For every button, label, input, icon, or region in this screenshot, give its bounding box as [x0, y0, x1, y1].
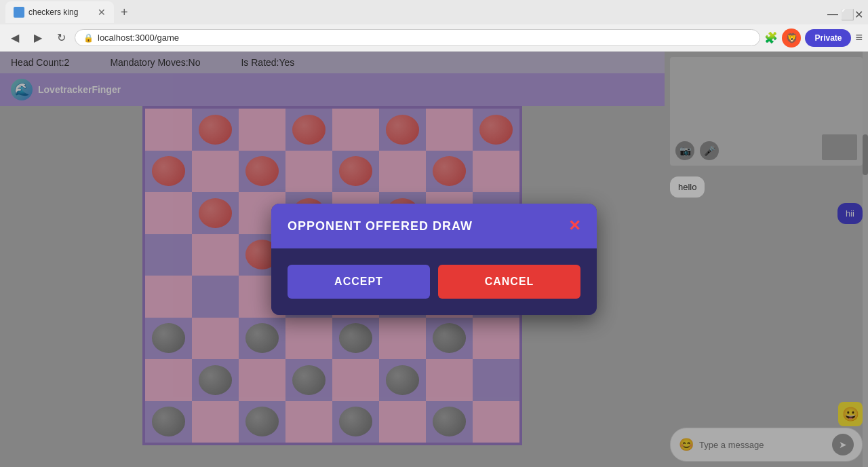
modal-title: OPPONENT OFFERED DRAW [288, 219, 473, 234]
accept-button[interactable]: ACCEPT [288, 265, 430, 299]
secure-icon: 🔒 [83, 33, 94, 43]
close-button[interactable]: ✕ [854, 8, 863, 16]
tab-favicon [14, 7, 24, 18]
private-button[interactable]: Private [805, 29, 851, 47]
active-tab[interactable]: checkers king ✕ [5, 1, 114, 23]
extensions-icon[interactable]: 🧩 [764, 31, 778, 44]
modal-body: ACCEPT CANCEL [271, 248, 597, 315]
tab-bar-right: — ⬜ ✕ [827, 8, 863, 16]
tab-title: checkers king [28, 7, 78, 17]
modal-close-button[interactable]: ✕ [568, 217, 580, 235]
back-button[interactable]: ◀ [5, 29, 24, 48]
reload-button[interactable]: ↻ [52, 29, 71, 48]
address-bar-right: 🧩 🦁 Private ≡ [764, 29, 863, 48]
minimize-button[interactable]: — [827, 8, 835, 16]
forward-button[interactable]: ▶ [28, 29, 47, 48]
maximize-button[interactable]: ⬜ [841, 8, 849, 16]
tab-bar: checkers king ✕ + — ⬜ ✕ [0, 0, 868, 24]
modal-header: OPPONENT OFFERED DRAW ✕ [271, 204, 597, 248]
tab-close-button[interactable]: ✕ [98, 7, 106, 18]
address-bar: ◀ ▶ ↻ 🔒 localhost:3000/game 🧩 🦁 Private … [0, 24, 868, 52]
cancel-button[interactable]: CANCEL [438, 265, 580, 299]
brave-shield-icon[interactable]: 🦁 [782, 29, 801, 48]
menu-button[interactable]: ≡ [855, 31, 863, 45]
modal-overlay: OPPONENT OFFERED DRAW ✕ ACCEPT CANCEL [0, 52, 868, 467]
draw-offer-modal: OPPONENT OFFERED DRAW ✕ ACCEPT CANCEL [271, 204, 597, 315]
url-text: localhost:3000/game [98, 33, 179, 43]
new-tab-button[interactable]: + [117, 5, 132, 20]
browser-chrome: checkers king ✕ + — ⬜ ✕ ◀ ▶ ↻ 🔒 localhos… [0, 0, 868, 52]
url-bar[interactable]: 🔒 localhost:3000/game [75, 29, 760, 46]
